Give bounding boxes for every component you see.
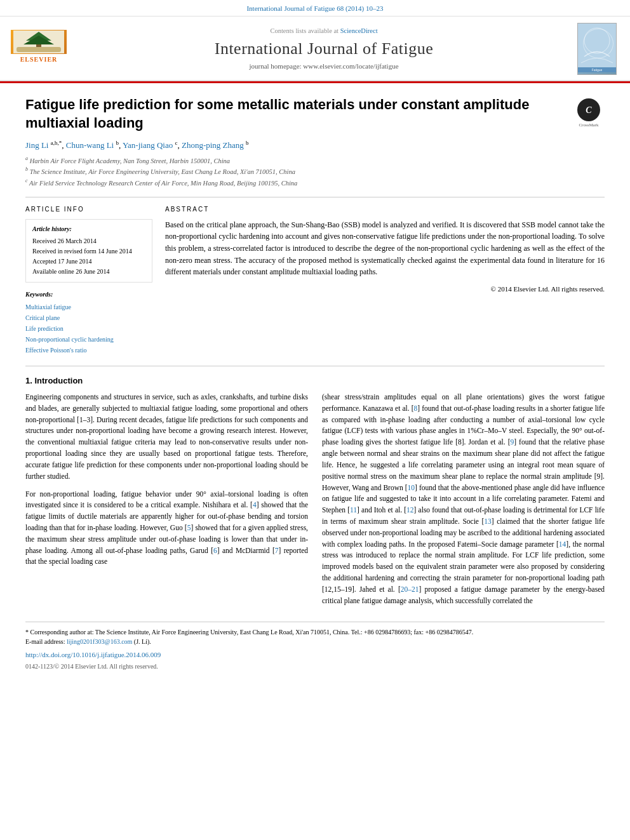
copyright-line: © 2014 Elsevier Ltd. All rights reserved… — [165, 284, 605, 294]
article-title-section: Fatigue life prediction for some metalli… — [25, 96, 605, 132]
intro-paragraph-3: (shear stress/strain amplitudes equal on… — [322, 392, 605, 606]
keyword-3[interactable]: Life prediction — [25, 323, 152, 334]
elsevier-tree-image — [11, 30, 67, 54]
intro-left-col: Engineering components and structures in… — [25, 392, 308, 613]
intro-paragraph-1: Engineering components and structures in… — [25, 392, 308, 483]
keyword-4[interactable]: Non-proportional cyclic hardening — [25, 334, 152, 345]
ref-4-link[interactable]: 4 — [253, 501, 257, 509]
ref-12-link[interactable]: 12 — [406, 506, 414, 514]
email-link[interactable]: lijing0201f303@163.com — [67, 638, 132, 645]
article-info-heading: ARTICLE INFO — [25, 205, 152, 214]
abstract-text: Based on the critical plane approach, th… — [165, 219, 605, 278]
ref-10-link[interactable]: 10 — [408, 484, 415, 491]
journal-reference: International Journal of Fatigue 68 (201… — [0, 0, 630, 17]
affiliation-c: c Air Field Service Technology Research … — [25, 177, 605, 188]
doi-link[interactable]: http://dx.doi.org/10.1016/j.ijfatigue.20… — [25, 650, 605, 660]
cover-image: Fatigue — [577, 23, 617, 75]
svg-text:C: C — [586, 105, 592, 115]
journal-homepage-url: journal homepage: www.elsevier.com/locat… — [74, 62, 574, 71]
ref-11-link[interactable]: 11 — [350, 506, 357, 514]
crossmark-label: CrossMark — [579, 123, 598, 129]
available-date: Available online 26 June 2014 — [32, 267, 145, 277]
elsevier-brand-text: ELSEVIER — [20, 55, 58, 64]
author-zhongping-zhang[interactable]: Zhong-ping Zhang — [182, 140, 244, 150]
corresponding-author-note: * Corresponding author at: The Science I… — [25, 627, 605, 637]
crossmark-icon: C — [577, 98, 600, 121]
author-yanjiang-qiao[interactable]: Yan-jiang Qiao — [123, 140, 173, 150]
revised-date: Received in revised form 14 June 2014 — [32, 246, 145, 257]
authors-line: Jing Li a,b,*, Chun-wang Li b, Yan-jiang… — [25, 139, 605, 152]
ref-5-link[interactable]: 5 — [187, 524, 191, 531]
info-abstract-section: ARTICLE INFO Article history: Received 2… — [25, 197, 605, 356]
ref-9-link[interactable]: 9 — [511, 438, 514, 446]
email-footnote: E-mail address: lijing0201f303@163.com (… — [25, 637, 605, 646]
ref-6-link[interactable]: 6 — [213, 547, 217, 554]
journal-cover: Fatigue — [574, 23, 620, 75]
journal-title-block: Contents lists available at ScienceDirec… — [74, 27, 574, 71]
journal-name: International Journal of Fatigue — [74, 37, 574, 60]
body-section: 1. Introduction Engineering components a… — [25, 366, 605, 613]
svg-point-6 — [584, 28, 610, 53]
ref-7-link[interactable]: 7 — [275, 547, 279, 554]
keywords-label: Keywords: — [25, 290, 152, 299]
svg-rect-4 — [17, 47, 61, 52]
abstract-column: ABSTRACT Based on the critical plane app… — [165, 205, 605, 356]
intro-two-col: Engineering components and structures in… — [25, 392, 605, 613]
history-label: Article history: — [32, 225, 145, 234]
keyword-2[interactable]: Critical plane — [25, 312, 152, 323]
elsevier-logo: ELSEVIER — [10, 30, 74, 68]
affiliation-b: b The Science Institute, Air Force Engin… — [25, 166, 605, 177]
abstract-heading: ABSTRACT — [165, 205, 605, 214]
ref-8-link[interactable]: 8 — [414, 404, 418, 412]
intro-right-col: (shear stress/strain amplitudes equal on… — [322, 392, 605, 613]
affiliation-a: a Harbin Air Force Flight Academy, Nan T… — [25, 155, 605, 166]
svg-rect-5 — [578, 23, 616, 72]
ref-13-link[interactable]: 13 — [484, 517, 492, 525]
intro-section-title: 1. Introduction — [25, 375, 605, 387]
keyword-1[interactable]: Multiaxial fatigue — [25, 302, 152, 312]
footnote-column: * Corresponding author at: The Science I… — [25, 627, 605, 670]
keyword-5[interactable]: Effective Poisson's ratio — [25, 345, 152, 356]
article-history-box: Article history: Received 26 March 2014 … — [25, 219, 152, 283]
journal-header: ELSEVIER Contents lists available at Sci… — [0, 17, 630, 81]
sciencedirect-link[interactable]: Contents lists available at ScienceDirec… — [74, 27, 574, 36]
article-title: Fatigue life prediction for some metalli… — [25, 96, 566, 132]
intro-paragraph-2: For non-proportional loading, fatigue be… — [25, 489, 308, 568]
accepted-date: Accepted 17 June 2014 — [32, 257, 145, 267]
crossmark-badge[interactable]: C CrossMark — [573, 98, 605, 129]
keywords-box: Keywords: Multiaxial fatigue Critical pl… — [25, 290, 152, 356]
author-chunwang-li[interactable]: Chun-wang Li — [66, 140, 114, 150]
footer-section: * Corresponding author at: The Science I… — [25, 622, 605, 670]
ref-20-link[interactable]: 20–21 — [401, 585, 419, 593]
sciencedirect-anchor[interactable]: ScienceDirect — [340, 27, 378, 34]
received-date: Received 26 March 2014 — [32, 236, 145, 246]
article-info-column: ARTICLE INFO Article history: Received 2… — [25, 205, 152, 356]
svg-text:Fatigue: Fatigue — [592, 68, 603, 72]
affiliations-block: a Harbin Air Force Flight Academy, Nan T… — [25, 155, 605, 188]
journal-ref-text: International Journal of Fatigue 68 (201… — [246, 4, 383, 12]
issn-text: 0142-1123/© 2014 Elsevier Ltd. All right… — [25, 662, 605, 671]
ref-14-link[interactable]: 14 — [559, 540, 566, 548]
author-jing-li[interactable]: Jing Li — [25, 140, 48, 150]
main-content: Fatigue life prediction for some metalli… — [0, 83, 630, 683]
